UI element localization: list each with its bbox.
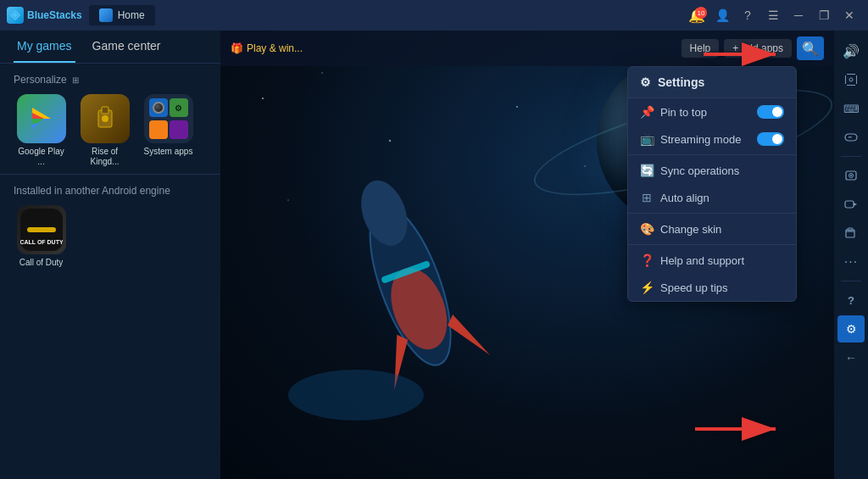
menu-separator-3 [628,244,796,245]
hamburger-button[interactable]: ☰ [761,5,785,25]
game-icon-call-of-duty: CALL OF DUTY [17,205,66,254]
volume-button[interactable]: 🔊 [837,37,865,64]
game-item-google-play[interactable]: Google Play ... [14,94,69,167]
help-right-icon: ? [848,294,854,307]
personalize-section: Personalize ⊞ [0,64,220,174]
home-tab[interactable]: Home [89,5,155,25]
svg-point-23 [381,260,458,357]
tab-my-games[interactable]: My games [14,31,75,63]
more-icon: ··· [844,254,858,270]
logo-text: BlueStacks [27,9,82,21]
home-tab-icon [99,8,113,22]
gift-icon: 🎁 [231,42,243,54]
menu-item-change-skin[interactable]: 🎨 Change skin [628,215,796,242]
change-skin-label: Change skin [660,223,721,236]
pin-icon: 📌 [640,105,654,119]
account-button[interactable]: 👤 [710,5,734,25]
menu-item-streaming-mode[interactable]: 📺 Streaming mode [628,125,796,153]
svg-text:CALL OF DUTY: CALL OF DUTY [20,239,63,245]
game-icon-google-play [17,94,66,143]
gamepad-icon [844,131,858,144]
maximize-icon: ❐ [819,8,830,22]
streaming-mode-toggle[interactable] [757,132,784,146]
svg-point-19 [353,195,467,375]
auto-align-label: Auto align [660,192,709,204]
speed-icon: ⚡ [640,281,654,294]
screen-capture-icon [844,169,858,182]
align-icon: ⊞ [640,191,654,204]
main-container: My games Game center Personalize ⊞ [0,31,868,479]
cursor-button[interactable] [837,66,865,93]
bluestacks-logo: BlueStacks [7,7,82,24]
volume-icon: 🔊 [843,43,860,59]
svg-rect-24 [381,260,431,284]
sync-operations-label: Sync operations [660,164,739,177]
svg-point-17 [516,106,518,108]
game-item-system-apps[interactable]: ⚙ System apps [141,94,196,167]
promo-text: 🎁 Play & win... [231,42,303,54]
pin-to-top-toggle[interactable] [757,105,784,119]
svg-point-34 [849,78,853,81]
streaming-icon: 📺 [640,132,654,146]
hamburger-icon: ☰ [768,8,779,22]
game-item-call-of-duty[interactable]: CALL OF DUTY Call of Duty [14,205,69,268]
svg-marker-21 [377,331,422,389]
settings-gear-icon: ⚙ [846,322,857,336]
sync-icon: 🔄 [640,164,654,177]
game-label-call-of-duty: Call of Duty [19,258,64,268]
keyboard-icon: ⌨ [843,103,860,115]
video-icon [844,198,858,211]
help-button[interactable]: ? [736,5,760,25]
game-icon-rise-of-kingdoms [81,94,130,143]
more-button[interactable]: ··· [837,248,865,276]
search-button[interactable]: 🔍 [797,36,824,60]
svg-point-25 [288,370,424,421]
help-icon: ❓ [640,253,654,267]
search-icon: 🔍 [802,41,819,57]
notification-button[interactable]: 🔔 10 [685,5,709,25]
settings-right-button[interactable]: ⚙ [837,315,865,343]
game-icon-system-apps: ⚙ [144,94,193,143]
menu-item-speed-up-tips[interactable]: ⚡ Speed up tips [628,274,796,301]
svg-rect-36 [849,136,850,138]
minimize-button[interactable]: ─ [787,5,810,25]
close-icon: ✕ [844,8,854,22]
svg-point-20 [353,174,415,252]
close-button[interactable]: ✕ [837,5,861,25]
files-icon [844,226,858,240]
help-right-button[interactable]: ? [837,287,865,314]
filter-icon: ⊞ [72,75,79,85]
red-arrow-bottom [687,404,797,458]
keyboard-button[interactable]: ⌨ [837,95,865,122]
svg-marker-42 [854,203,857,206]
dropdown-menu: ⚙ Settings 📌 Pin to top 📺 Streaming mode [627,66,797,302]
cursor-icon [844,73,858,86]
speed-up-tips-label: Speed up tips [660,281,728,294]
svg-rect-37 [850,136,852,138]
game-item-rise-of-kingdoms[interactable]: Rise of Kingd... [77,94,132,167]
maximize-button[interactable]: ❐ [812,5,836,25]
menu-item-sync-operations[interactable]: 🔄 Sync operations [628,157,796,184]
files-button[interactable] [837,220,865,247]
back-icon: ← [845,351,857,365]
tab-game-center[interactable]: Game center [89,31,164,63]
svg-point-15 [389,140,391,142]
back-right-button[interactable]: ← [837,344,865,371]
help-support-label: Help and support [660,254,744,267]
svg-point-9 [102,115,108,122]
menu-item-pin-to-top[interactable]: 📌 Pin to top [628,98,796,125]
svg-rect-30 [847,74,855,75]
video-button[interactable] [837,191,865,218]
home-tab-label: Home [118,9,145,21]
right-separator-2 [841,281,861,281]
screen-capture-button[interactable] [837,162,865,189]
gamepad-button[interactable] [837,124,865,151]
settings-header-icon: ⚙ [640,75,651,89]
menu-item-auto-align[interactable]: ⊞ Auto align [628,184,796,211]
svg-rect-8 [102,107,108,114]
game-label-system-apps: System apps [144,147,193,157]
svg-rect-31 [847,85,855,86]
game-label-google-play: Google Play ... [14,147,69,167]
menu-item-help-support[interactable]: ❓ Help and support [628,247,796,274]
svg-point-40 [850,175,852,176]
